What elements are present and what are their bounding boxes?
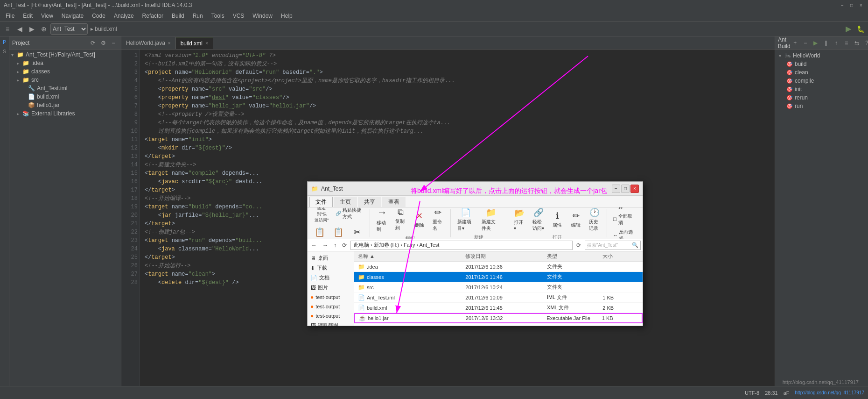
ant-tree-run[interactable]: 🎯 run: [777, 102, 866, 110]
fe-tab-view[interactable]: 查看: [382, 197, 406, 207]
fe-edit-btn[interactable]: ✏ 编辑: [567, 209, 584, 230]
project-icon[interactable]: P: [1, 38, 8, 46]
fe-selectall-btn[interactable]: ☑ 全部选择: [611, 207, 635, 211]
fe-newfolder-btn[interactable]: 📁 新建文件夹: [479, 207, 503, 233]
project-selector[interactable]: Ant_Test: [50, 23, 88, 35]
menu-navigate[interactable]: Navigate: [58, 12, 87, 20]
fe-paste-btn[interactable]: 📋 粘贴: [330, 226, 347, 239]
tab-buildxml[interactable]: build.xml ×: [176, 37, 213, 49]
fe-easyaccess-btn[interactable]: 🔗 轻松访问▾: [530, 207, 547, 233]
fe-pin-btn[interactable]: 📌 固定到"快速访问": [311, 207, 332, 225]
fe-sidebar-thumbnail[interactable]: 🖼 缩略截图: [308, 321, 354, 326]
menu-run[interactable]: Run: [189, 12, 207, 20]
ant-help-btn[interactable]: ?: [862, 38, 868, 48]
fe-open-btn[interactable]: 📂 打开▾: [511, 207, 528, 232]
tree-item-src[interactable]: ▸ 📁 src: [9, 76, 121, 84]
panel-hide-btn[interactable]: −: [109, 38, 118, 48]
toolbar-btn-3[interactable]: ▶: [26, 23, 37, 35]
run-btn[interactable]: ▶: [843, 23, 854, 35]
fe-delete-btn[interactable]: ✕ 删除: [411, 209, 428, 230]
menu-refactor[interactable]: Refactor: [139, 12, 167, 20]
ant-up-btn[interactable]: ↑: [832, 38, 841, 48]
fe-file-idea[interactable]: 📁.idea 2017/12/6 10:36 文件夹: [354, 262, 643, 272]
tree-item-classes[interactable]: ▸ 📁 classes: [9, 67, 121, 76]
fe-sidebar-documents[interactable]: 📄 文档: [308, 273, 354, 283]
fe-file-classes[interactable]: 📁classes 2017/12/6 11:46 文件夹: [354, 272, 643, 282]
tree-item-iml[interactable]: 🔧 Ant_Test.iml: [9, 84, 121, 93]
ant-tree-compile[interactable]: 🎯 compile: [777, 77, 866, 85]
fe-tab-share[interactable]: 共享: [358, 197, 381, 207]
fe-invertselect-btn[interactable]: ↔ 反向选择: [611, 228, 635, 239]
fe-copyto-btn[interactable]: ⧉ 复制到: [392, 207, 409, 233]
tree-item-build[interactable]: 📄 build.xml: [9, 93, 121, 101]
fe-sidebar-testout2[interactable]: ● test-output: [308, 302, 354, 311]
maximize-btn[interactable]: □: [848, 2, 855, 8]
ant-tree-build[interactable]: 🎯 build: [777, 60, 866, 68]
tab-buildxml-close[interactable]: ×: [205, 41, 208, 46]
fe-col-size-header[interactable]: 大小: [601, 253, 641, 260]
fe-file-src[interactable]: 📁src 2017/12/6 10:24 文件夹: [354, 282, 643, 292]
menu-code[interactable]: Code: [88, 12, 109, 20]
debug-btn[interactable]: 🐛: [855, 23, 866, 35]
ant-tree-rerun[interactable]: 🎯 rerun: [777, 93, 866, 102]
fe-newitem-btn[interactable]: 📄 新建项目▾: [455, 207, 477, 233]
menu-vcs[interactable]: VCS: [229, 12, 248, 20]
menu-build[interactable]: Build: [168, 12, 188, 20]
menu-help[interactable]: Help: [277, 12, 296, 20]
fe-file-jar[interactable]: ☕hello1.jar 2017/12/6 13:32 Executable J…: [354, 313, 643, 323]
fe-forward-btn[interactable]: →: [321, 241, 330, 249]
panel-sync-btn[interactable]: ⟳: [88, 38, 98, 48]
ant-pause-btn[interactable]: ‖: [821, 38, 831, 48]
fe-maximize-btn[interactable]: □: [621, 185, 630, 193]
fe-address-path[interactable]: 此电脑 › 新加卷 (H:) › Fairy › Ant_Test: [350, 241, 573, 250]
fe-col-date-header[interactable]: 修改日期: [463, 253, 545, 260]
fe-props-btn[interactable]: ℹ 属性: [549, 209, 566, 230]
fe-file-buildxml[interactable]: 📄build.xml 2017/12/6 11:45 XML 文件 2 KB: [354, 303, 643, 313]
fe-search-box[interactable]: 搜索"Ant_Test" 🔍: [585, 241, 641, 250]
ant-filter-btn[interactable]: ⇆: [852, 38, 861, 48]
tree-item-ext-libs[interactable]: ▸ 📚 External Libraries: [9, 109, 121, 118]
tab-helloworld-close[interactable]: ×: [168, 41, 171, 46]
fe-col-type-header[interactable]: 类型: [545, 253, 601, 260]
tab-helloworld[interactable]: HelloWorld.java ×: [121, 37, 176, 49]
menu-file[interactable]: File: [2, 12, 18, 20]
fe-minimize-btn[interactable]: −: [612, 185, 620, 193]
fe-tab-file[interactable]: 文件: [309, 197, 333, 207]
fe-sidebar-pictures[interactable]: 🖼 图片: [308, 283, 354, 292]
tree-item-idea[interactable]: ▸ 📁 .idea: [9, 59, 121, 67]
ant-add-btn[interactable]: +: [791, 38, 800, 48]
ant-tree-init[interactable]: 🎯 init: [777, 85, 866, 93]
menu-window[interactable]: Window: [249, 12, 276, 20]
menu-view[interactable]: View: [37, 12, 57, 20]
fe-history-btn[interactable]: 🕐 历史记录: [586, 207, 603, 233]
fe-copy-btn[interactable]: 📋 复制: [311, 226, 328, 239]
fe-close-btn[interactable]: ×: [630, 185, 639, 193]
ant-remove-btn[interactable]: −: [801, 38, 810, 48]
tree-root[interactable]: ▾ 📁 Ant_Test [H:/Fairy/Ant_Test]: [9, 50, 121, 59]
ant-run-btn[interactable]: ▶: [811, 38, 820, 48]
fe-file-iml[interactable]: 📄Ant_Test.iml 2017/12/6 10:09 IML 文件 1 K…: [354, 292, 643, 303]
toolbar-btn-4[interactable]: ⊕: [38, 23, 49, 35]
fe-tab-home[interactable]: 主页: [334, 197, 357, 207]
ant-sort-btn[interactable]: ≡: [842, 38, 851, 48]
ant-tree-clean[interactable]: 🎯 clean: [777, 68, 866, 77]
fe-cut-btn[interactable]: ✂ 剪切: [349, 226, 365, 239]
structure-icon[interactable]: S: [1, 48, 8, 55]
fe-up-btn[interactable]: ↑: [332, 241, 338, 249]
fe-moveto-btn[interactable]: → 移动到: [374, 207, 391, 234]
toolbar-btn-2[interactable]: ◀: [14, 23, 25, 35]
fe-refresh2-btn[interactable]: ⟳: [574, 241, 583, 249]
fe-sidebar-downloads[interactable]: ⬇ 下载: [308, 263, 354, 273]
fe-back-btn[interactable]: ←: [309, 241, 319, 249]
panel-settings-btn[interactable]: ⚙: [98, 38, 108, 48]
menu-tools[interactable]: Tools: [208, 12, 228, 20]
fe-sidebar-desktop[interactable]: 🖥 桌面: [308, 253, 354, 263]
fe-deselectall-btn[interactable]: ☐ 全部取消: [611, 212, 635, 227]
menu-analyze[interactable]: Analyze: [110, 12, 138, 20]
close-btn[interactable]: ×: [858, 2, 864, 8]
menu-edit[interactable]: Edit: [19, 12, 36, 20]
tree-item-jar[interactable]: 📦 hello1.jar: [9, 101, 121, 109]
minimize-btn[interactable]: −: [839, 2, 846, 8]
fe-sidebar-testout1[interactable]: ● test-output: [308, 292, 354, 302]
fe-rename-btn[interactable]: ✏ 重命名: [430, 207, 447, 233]
